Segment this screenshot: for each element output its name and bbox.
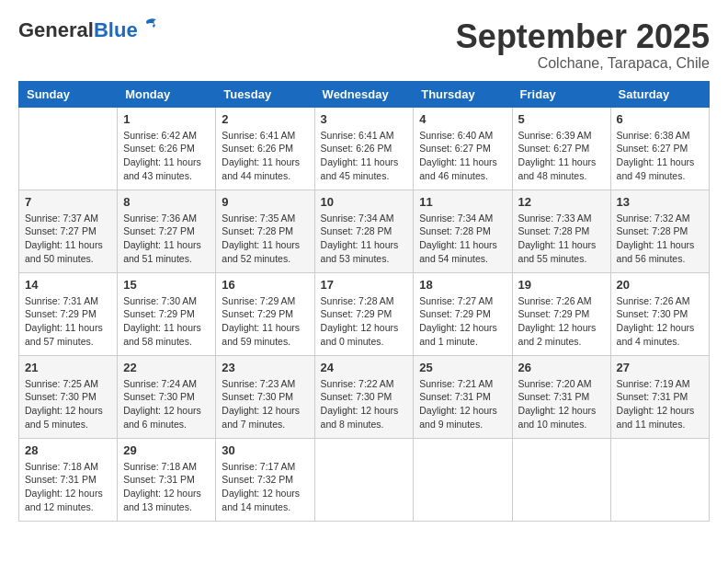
day-info: Sunrise: 7:33 AM Sunset: 7:28 PM Dayligh… [518,212,605,266]
calendar-cell: 6Sunrise: 6:38 AM Sunset: 6:27 PM Daylig… [610,107,709,190]
calendar-cell: 12Sunrise: 7:33 AM Sunset: 7:28 PM Dayli… [512,190,610,272]
logo-bird-icon [140,17,160,37]
day-number: 20 [617,278,703,292]
month-title: September 2025 [456,18,710,55]
calendar-cell [512,438,610,521]
calendar-table: SundayMondayTuesdayWednesdayThursdayFrid… [18,81,710,522]
calendar-cell [610,438,709,521]
calendar-cell: 13Sunrise: 7:32 AM Sunset: 7:28 PM Dayli… [610,190,709,272]
location: Colchane, Tarapaca, Chile [456,55,710,72]
day-info: Sunrise: 7:21 AM Sunset: 7:31 PM Dayligh… [419,377,506,431]
calendar-cell: 26Sunrise: 7:20 AM Sunset: 7:31 PM Dayli… [512,355,610,438]
day-info: Sunrise: 6:41 AM Sunset: 6:26 PM Dayligh… [321,129,408,183]
calendar-cell: 18Sunrise: 7:27 AM Sunset: 7:29 PM Dayli… [414,272,512,355]
calendar-cell: 11Sunrise: 7:34 AM Sunset: 7:28 PM Dayli… [414,190,512,272]
day-info: Sunrise: 7:22 AM Sunset: 7:30 PM Dayligh… [321,377,408,431]
weekday-header: Monday [118,81,216,107]
day-info: Sunrise: 7:32 AM Sunset: 7:28 PM Dayligh… [617,212,703,266]
day-number: 17 [321,278,408,292]
day-number: 6 [617,112,703,126]
logo-text: GeneralBlue [18,18,138,42]
weekday-header: Wednesday [314,81,414,107]
day-info: Sunrise: 7:34 AM Sunset: 7:28 PM Dayligh… [419,212,506,266]
logo: GeneralBlue [18,18,160,42]
calendar-cell: 14Sunrise: 7:31 AM Sunset: 7:29 PM Dayli… [19,272,118,355]
day-number: 23 [222,361,308,374]
day-info: Sunrise: 6:42 AM Sunset: 6:26 PM Dayligh… [123,129,210,183]
day-number: 7 [25,195,111,209]
calendar-week-row: 7Sunrise: 7:37 AM Sunset: 7:27 PM Daylig… [19,190,710,272]
day-info: Sunrise: 7:35 AM Sunset: 7:28 PM Dayligh… [222,212,308,266]
day-info: Sunrise: 7:37 AM Sunset: 7:27 PM Dayligh… [25,212,111,266]
day-info: Sunrise: 7:28 AM Sunset: 7:29 PM Dayligh… [321,294,408,349]
day-number: 11 [419,195,506,209]
calendar-cell: 22Sunrise: 7:24 AM Sunset: 7:30 PM Dayli… [118,355,216,438]
day-info: Sunrise: 6:39 AM Sunset: 6:27 PM Dayligh… [518,129,605,183]
calendar-week-row: 14Sunrise: 7:31 AM Sunset: 7:29 PM Dayli… [19,272,710,355]
calendar-cell: 25Sunrise: 7:21 AM Sunset: 7:31 PM Dayli… [414,355,512,438]
day-number: 28 [25,443,111,457]
day-number: 16 [222,278,308,292]
calendar-cell: 8Sunrise: 7:36 AM Sunset: 7:27 PM Daylig… [118,190,216,272]
calendar-cell: 29Sunrise: 7:18 AM Sunset: 7:31 PM Dayli… [118,438,216,521]
calendar-cell: 7Sunrise: 7:37 AM Sunset: 7:27 PM Daylig… [19,190,118,272]
calendar-cell: 2Sunrise: 6:41 AM Sunset: 6:26 PM Daylig… [216,107,314,190]
calendar-cell [414,438,512,521]
logo-blue: Blue [94,18,138,41]
day-number: 24 [321,361,408,374]
day-number: 27 [617,361,703,374]
day-info: Sunrise: 6:38 AM Sunset: 6:27 PM Dayligh… [617,129,703,183]
calendar-cell: 27Sunrise: 7:19 AM Sunset: 7:31 PM Dayli… [610,355,709,438]
calendar-cell [314,438,414,521]
calendar-cell: 17Sunrise: 7:28 AM Sunset: 7:29 PM Dayli… [314,272,414,355]
logo-general: General [18,18,94,41]
weekday-header: Thursday [414,81,512,107]
day-info: Sunrise: 7:26 AM Sunset: 7:29 PM Dayligh… [518,294,605,349]
day-number: 10 [321,195,408,209]
day-info: Sunrise: 7:24 AM Sunset: 7:30 PM Dayligh… [123,377,210,431]
day-info: Sunrise: 7:20 AM Sunset: 7:31 PM Dayligh… [518,377,605,431]
day-number: 5 [518,112,605,126]
day-info: Sunrise: 7:29 AM Sunset: 7:29 PM Dayligh… [222,294,308,349]
day-info: Sunrise: 7:26 AM Sunset: 7:30 PM Dayligh… [617,294,703,349]
calendar-week-row: 1Sunrise: 6:42 AM Sunset: 6:26 PM Daylig… [19,107,710,190]
calendar-cell: 28Sunrise: 7:18 AM Sunset: 7:31 PM Dayli… [19,438,118,521]
day-number: 8 [123,195,210,209]
calendar-cell: 5Sunrise: 6:39 AM Sunset: 6:27 PM Daylig… [512,107,610,190]
day-info: Sunrise: 7:23 AM Sunset: 7:30 PM Dayligh… [222,377,308,431]
calendar-cell: 23Sunrise: 7:23 AM Sunset: 7:30 PM Dayli… [216,355,314,438]
day-number: 19 [518,278,605,292]
day-info: Sunrise: 7:19 AM Sunset: 7:31 PM Dayligh… [617,377,703,431]
calendar-cell: 20Sunrise: 7:26 AM Sunset: 7:30 PM Dayli… [610,272,709,355]
day-number: 25 [419,361,506,374]
weekday-header: Friday [512,81,610,107]
day-number: 30 [222,443,308,457]
calendar-cell: 30Sunrise: 7:17 AM Sunset: 7:32 PM Dayli… [216,438,314,521]
day-info: Sunrise: 7:31 AM Sunset: 7:29 PM Dayligh… [25,294,111,349]
calendar-cell: 1Sunrise: 6:42 AM Sunset: 6:26 PM Daylig… [118,107,216,190]
page-header: GeneralBlue September 2025 Colchane, Tar… [18,18,710,72]
day-info: Sunrise: 7:17 AM Sunset: 7:32 PM Dayligh… [222,460,308,514]
day-info: Sunrise: 7:25 AM Sunset: 7:30 PM Dayligh… [25,377,111,431]
day-info: Sunrise: 7:18 AM Sunset: 7:31 PM Dayligh… [123,460,210,514]
day-number: 22 [123,361,210,374]
day-number: 21 [25,361,111,374]
day-number: 4 [419,112,506,126]
calendar-cell: 21Sunrise: 7:25 AM Sunset: 7:30 PM Dayli… [19,355,118,438]
calendar-week-row: 21Sunrise: 7:25 AM Sunset: 7:30 PM Dayli… [19,355,710,438]
day-number: 3 [321,112,408,126]
day-info: Sunrise: 6:41 AM Sunset: 6:26 PM Dayligh… [222,129,308,183]
day-number: 14 [25,278,111,292]
weekday-header: Tuesday [216,81,314,107]
calendar-cell [19,107,118,190]
calendar-cell: 10Sunrise: 7:34 AM Sunset: 7:28 PM Dayli… [314,190,414,272]
calendar-cell: 19Sunrise: 7:26 AM Sunset: 7:29 PM Dayli… [512,272,610,355]
day-number: 15 [123,278,210,292]
day-info: Sunrise: 7:34 AM Sunset: 7:28 PM Dayligh… [321,212,408,266]
calendar-cell: 4Sunrise: 6:40 AM Sunset: 6:27 PM Daylig… [414,107,512,190]
day-number: 18 [419,278,506,292]
day-number: 2 [222,112,308,126]
calendar-cell: 3Sunrise: 6:41 AM Sunset: 6:26 PM Daylig… [314,107,414,190]
day-number: 12 [518,195,605,209]
calendar-header-row: SundayMondayTuesdayWednesdayThursdayFrid… [19,81,710,107]
